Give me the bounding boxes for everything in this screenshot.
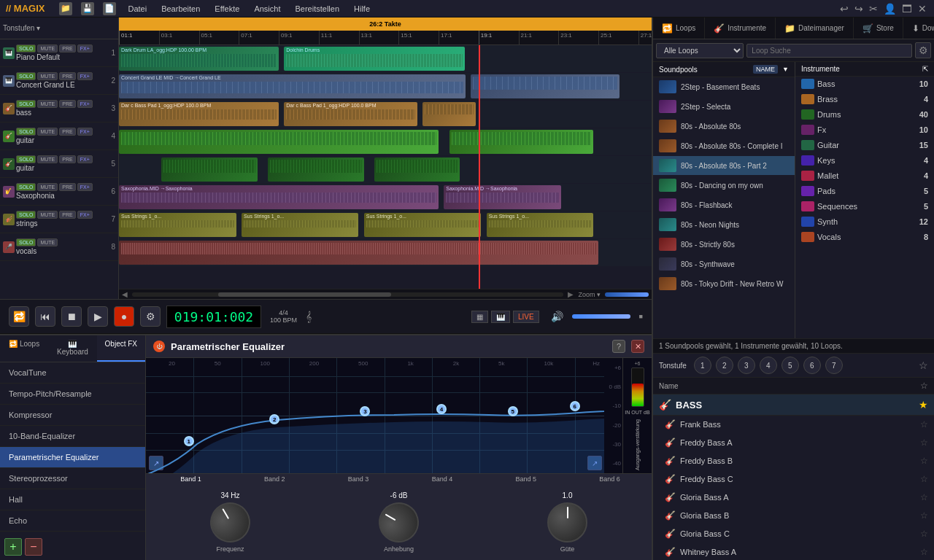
piano-view-btn[interactable]: 🎹 bbox=[491, 311, 510, 323]
bass-item-6[interactable]: 🎸 Gloria Bass C ☆ bbox=[653, 525, 934, 543]
metronome-icon[interactable]: 𝄞 bbox=[306, 311, 312, 323]
track-lane-1[interactable]: Dark Drum LA_ogg:HDP 100.00 BPM Dolchin … bbox=[119, 45, 652, 73]
effect-item-6[interactable]: Stereoprozessor bbox=[0, 468, 145, 489]
band-label-4[interactable]: Band 4 bbox=[400, 475, 484, 483]
fx-btn-4[interactable]: FX+ bbox=[77, 128, 93, 136]
instr-item-sequences[interactable]: Sequences 5 bbox=[795, 199, 934, 214]
bass-item-2[interactable]: 🎸 Freddy Bass B ☆ bbox=[653, 452, 934, 470]
effect-item-1[interactable]: VocalTune bbox=[0, 362, 145, 384]
clip-7-2[interactable]: Sus Strings 1_o... bbox=[242, 213, 359, 237]
fx-btn-1[interactable]: FX+ bbox=[77, 44, 93, 52]
cut-icon[interactable]: ✂ bbox=[868, 1, 879, 16]
instr-item-keys[interactable]: Keys 4 bbox=[795, 153, 934, 168]
fx-btn-5[interactable]: FX+ bbox=[77, 155, 93, 163]
tonstufe-btn-5[interactable]: 5 bbox=[781, 357, 799, 374]
pre-btn-4[interactable]: PRE bbox=[59, 128, 75, 136]
solo-btn-8[interactable]: SOLO bbox=[16, 238, 36, 246]
clip-6-2[interactable]: Saxophonia.MID →Saxophonia bbox=[444, 185, 561, 209]
soundpool-item-3[interactable]: 80s - Absolute 80s - Complete I bbox=[653, 136, 795, 156]
tab-dateimanager-right[interactable]: 📁 Dateimanager bbox=[776, 18, 854, 39]
instr-item-brass[interactable]: Brass 4 bbox=[795, 92, 934, 107]
eq-node-2[interactable]: 2 bbox=[269, 414, 279, 424]
zoom-slider[interactable] bbox=[605, 292, 649, 297]
live-btn[interactable]: LIVE bbox=[513, 311, 539, 323]
new-icon[interactable]: 📄 bbox=[103, 2, 116, 15]
volume-slider[interactable] bbox=[572, 314, 630, 319]
stop-btn[interactable]: ⏹ bbox=[61, 306, 82, 327]
eq-node-3[interactable]: 3 bbox=[360, 406, 370, 416]
clip-5-2[interactable] bbox=[268, 158, 363, 182]
remove-effect-button[interactable]: − bbox=[25, 538, 42, 556]
window-icon[interactable]: 🗖 bbox=[900, 1, 914, 16]
bass-item-0[interactable]: 🎸 Frank Bass ☆ bbox=[653, 416, 934, 434]
mixer-view-btn[interactable]: ▦ bbox=[471, 311, 488, 323]
band-label-2[interactable]: Band 2 bbox=[233, 475, 317, 483]
tonstufe-btn-2[interactable]: 2 bbox=[716, 357, 733, 374]
pre-btn-1[interactable]: PRE bbox=[59, 44, 75, 52]
save-icon[interactable]: 💾 bbox=[81, 2, 94, 15]
settings-btn-transport[interactable]: ⚙ bbox=[140, 306, 161, 327]
mute-btn-1[interactable]: MUTE bbox=[37, 44, 58, 52]
instr-expand-icon[interactable]: ⇱ bbox=[922, 65, 928, 73]
undo-icon[interactable]: ↩ bbox=[838, 1, 850, 16]
scroll-left-icon[interactable]: ◀ bbox=[122, 290, 128, 298]
menu-bearbeiten[interactable]: Bearbeiten bbox=[158, 3, 203, 15]
mute-btn-4[interactable]: MUTE bbox=[37, 128, 58, 136]
clip-7-1[interactable]: Sus Strings 1_o... bbox=[119, 213, 236, 237]
bass-item-5[interactable]: 🎸 Gloria Bass B ☆ bbox=[653, 507, 934, 525]
pre-btn-5[interactable]: PRE bbox=[59, 155, 75, 163]
mute-btn-2[interactable]: MUTE bbox=[37, 72, 58, 80]
pre-btn-6[interactable]: PRE bbox=[59, 183, 75, 191]
effect-item-5[interactable]: Parametrischer Equalizer bbox=[0, 447, 145, 468]
tonstufe-star-btn[interactable]: ☆ bbox=[919, 359, 928, 371]
track-lane-6[interactable]: Saxophonia.MID →Saxophonia Saxophonia.MI… bbox=[119, 184, 652, 211]
sort-dir-icon[interactable]: ▼ bbox=[782, 66, 789, 73]
close-icon[interactable]: ✕ bbox=[916, 1, 928, 16]
loop-btn[interactable]: 🔁 bbox=[9, 306, 29, 327]
mute-btn-8[interactable]: MUTE bbox=[37, 238, 58, 246]
instr-item-fx[interactable]: Fx 10 bbox=[795, 122, 934, 138]
clip-3-2[interactable]: Dar c Bass Pad 1_ogg:HDP 100.0 BPM bbox=[284, 102, 417, 126]
track-lane-4[interactable] bbox=[119, 128, 652, 156]
solo-btn-2[interactable]: SOLO bbox=[16, 72, 36, 80]
eq-graph[interactable]: 20501002005001k2k5k10kHz +60 dB-10-20-30… bbox=[146, 358, 622, 473]
tab-instrumente-right[interactable]: 🎸 Instrumente bbox=[705, 18, 776, 39]
bass-item-1[interactable]: 🎸 Freddy Bass A ☆ bbox=[653, 434, 934, 452]
tonstufe-btn-7[interactable]: 7 bbox=[825, 357, 843, 374]
effect-item-7[interactable]: Hall bbox=[0, 489, 145, 510]
volume-icon[interactable]: 🔊 bbox=[551, 311, 563, 322]
bass-item-star-6[interactable]: ☆ bbox=[920, 529, 928, 539]
clip-6-1[interactable]: Saxophonia.MID →Saxophonia bbox=[119, 185, 439, 209]
add-effect-button[interactable]: + bbox=[4, 538, 22, 556]
track-lane-7[interactable]: Sus Strings 1_o... Sus Strings 1_o... Su… bbox=[119, 211, 652, 239]
tonstufe-btn-1[interactable]: 1 bbox=[694, 357, 711, 374]
soundpool-item-4[interactable]: 80s - Absolute 80s - Part 2 bbox=[653, 156, 795, 176]
effect-item-8[interactable]: Echo bbox=[0, 510, 145, 532]
bass-item-star-1[interactable]: ☆ bbox=[920, 438, 928, 448]
track-lane-5[interactable] bbox=[119, 156, 652, 184]
solo-btn-7[interactable]: SOLO bbox=[16, 211, 36, 219]
track-lane-2[interactable]: Concert Grand LE MID →Concert Grand LE bbox=[119, 73, 652, 101]
eq-help-btn[interactable]: ? bbox=[612, 340, 625, 353]
effect-item-3[interactable]: Kompressor bbox=[0, 405, 145, 426]
soundpool-item-1[interactable]: 2Step - Selecta bbox=[653, 97, 795, 117]
bass-section-star[interactable]: ★ bbox=[919, 399, 928, 411]
bass-item-star-5[interactable]: ☆ bbox=[920, 510, 928, 521]
scroll-right-icon[interactable]: ▶ bbox=[568, 290, 574, 298]
mute-btn-5[interactable]: MUTE bbox=[37, 155, 58, 163]
instr-item-bass[interactable]: Bass 10 bbox=[795, 77, 934, 92]
tab-loops[interactable]: 🔁 Loops bbox=[0, 335, 48, 362]
record-btn[interactable]: ● bbox=[114, 306, 134, 327]
timeline-ruler[interactable]: 01:1 03:1 05:1 07:1 09:1 11:1 13:1 15:1 … bbox=[119, 31, 652, 45]
menu-effekte[interactable]: Effekte bbox=[212, 3, 242, 15]
bass-item-4[interactable]: 🎸 Gloria Bass A ☆ bbox=[653, 489, 934, 507]
solo-btn-4[interactable]: SOLO bbox=[16, 128, 36, 136]
band-label-6[interactable]: Band 6 bbox=[568, 475, 652, 483]
instr-item-mallet[interactable]: Mallet 4 bbox=[795, 168, 934, 184]
bass-item-star-4[interactable]: ☆ bbox=[920, 492, 928, 502]
tonstufe-btn-4[interactable]: 4 bbox=[760, 357, 777, 374]
pre-btn-2[interactable]: PRE bbox=[59, 72, 75, 80]
tab-downloads-right[interactable]: ⬇ Downloads bbox=[903, 18, 934, 39]
soundpool-item-2[interactable]: 80s - Absolute 80s bbox=[653, 117, 795, 136]
clip-7-4[interactable]: Sus Strings 1_o... bbox=[487, 213, 593, 237]
